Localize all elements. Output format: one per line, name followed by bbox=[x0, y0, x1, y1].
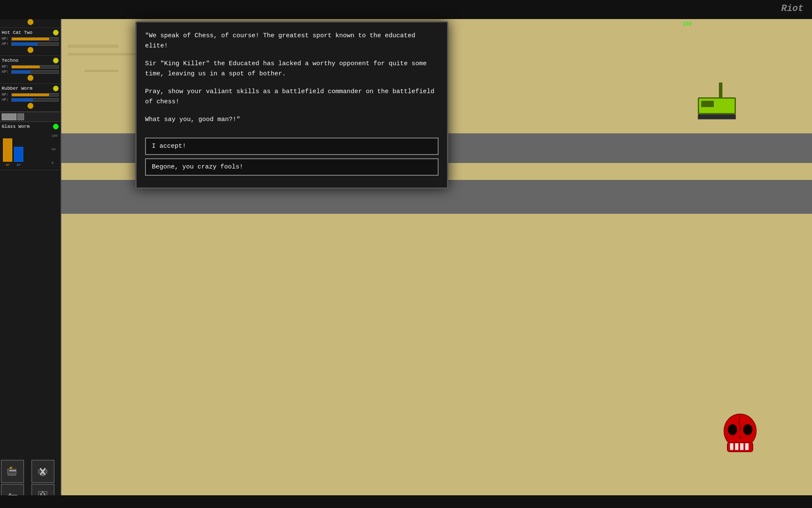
unit-name-glass-worm: Glass Worm bbox=[2, 124, 30, 129]
hp-fill-hot-cat-two bbox=[12, 38, 49, 40]
scale-50: 50 bbox=[52, 147, 58, 151]
top-bar: Riot bbox=[0, 0, 812, 19]
svg-rect-8 bbox=[8, 469, 16, 474]
svg-point-14 bbox=[41, 474, 45, 476]
unit-name-techno: Techno bbox=[2, 58, 19, 63]
skull-decoration bbox=[719, 412, 761, 470]
bottom-bar bbox=[0, 495, 812, 508]
ap-chart-label: AP bbox=[16, 163, 21, 167]
ap-fill-techno bbox=[12, 71, 30, 73]
ap-label-4: AP: bbox=[2, 98, 10, 102]
hp-label-2: HP: bbox=[2, 37, 10, 41]
svg-rect-10 bbox=[8, 474, 16, 476]
vehicle-body bbox=[698, 97, 736, 114]
ap-chart-group: AP bbox=[14, 147, 23, 167]
stat-chart: HP AP bbox=[3, 133, 49, 167]
hp-row-techno: HP: bbox=[2, 65, 59, 69]
dialog-paragraph-2: Sir "King Killer" the Educated has lacke… bbox=[145, 59, 439, 79]
ap-fill-rubber-worm bbox=[12, 99, 33, 101]
coin-techno bbox=[27, 75, 33, 81]
dialog-box: "We speak of Chess, of course! The great… bbox=[135, 21, 448, 189]
riot-logo: Riot bbox=[781, 3, 804, 14]
ap-bar-rubber-worm bbox=[11, 98, 59, 102]
svg-rect-4 bbox=[730, 443, 733, 450]
unit-panel-glass-worm: Glass Worm HP AP 100 50 0 bbox=[0, 122, 60, 170]
hp-bar-techno bbox=[11, 65, 59, 69]
unit-indicator-hot-cat-two bbox=[53, 30, 59, 36]
terrain-line-1 bbox=[68, 44, 118, 48]
svg-point-2 bbox=[743, 424, 752, 435]
ap-label-2: AP: bbox=[2, 42, 10, 46]
chart-container: HP AP 100 50 0 bbox=[2, 132, 59, 168]
hp-fill-rubber-worm bbox=[12, 94, 49, 96]
action-icon-1 bbox=[7, 466, 19, 478]
svg-rect-5 bbox=[735, 443, 738, 450]
ap-label-3: AP: bbox=[2, 70, 10, 74]
coin-little-stone bbox=[27, 19, 33, 25]
svg-rect-6 bbox=[740, 443, 743, 450]
dialog-paragraph-1: "We speak of Chess, of course! The great… bbox=[145, 31, 439, 51]
ap-row-rubber-worm: AP: bbox=[2, 98, 59, 102]
scale-100: 100 bbox=[52, 134, 58, 138]
sidebar: Little Stone HP: AP: Hot Cat Two HP: bbox=[0, 0, 61, 508]
dialog-text-area: "We speak of Chess, of course! The great… bbox=[145, 31, 439, 125]
unit-name-rubber-worm: Rubber Worm bbox=[2, 86, 33, 91]
action-icon-2 bbox=[37, 466, 49, 478]
coin-rubber-worm bbox=[27, 103, 33, 109]
vehicle-tracks bbox=[698, 114, 736, 119]
hp-label-3: HP: bbox=[2, 65, 10, 69]
ap-bar-hot-cat-two bbox=[11, 42, 59, 46]
hp-bar-rubber-worm bbox=[11, 93, 59, 97]
unit-panel-techno: Techno HP: AP: bbox=[0, 56, 60, 84]
svg-point-1 bbox=[728, 424, 737, 435]
unit-indicator-glass-worm bbox=[53, 124, 59, 130]
action-button-1[interactable] bbox=[1, 460, 24, 483]
dialog-choice-reject[interactable]: Begone, you crazy fools! bbox=[145, 158, 439, 176]
unit-indicator-rubber-worm bbox=[53, 86, 59, 91]
dialog-paragraph-4: What say you, good man?!" bbox=[145, 115, 439, 125]
sep-box-main bbox=[2, 113, 16, 120]
scale-0: 0 bbox=[52, 161, 58, 165]
coin-hot-cat-two bbox=[27, 47, 33, 53]
hp-row-hot-cat-two: HP: bbox=[2, 37, 59, 41]
chart-scale: 100 50 0 bbox=[52, 133, 58, 165]
unit-panel-hot-cat-two: Hot Cat Two HP: AP: bbox=[0, 28, 60, 56]
ap-fill-hot-cat-two bbox=[12, 43, 38, 45]
hp-chart-group: HP bbox=[3, 138, 12, 167]
hp-chart-label: HP bbox=[5, 163, 10, 167]
unit-separator bbox=[0, 112, 60, 122]
vehicle-detail bbox=[701, 101, 714, 107]
unit-name-hot-cat-two: Hot Cat Two bbox=[2, 30, 33, 35]
turret bbox=[719, 83, 722, 99]
svg-rect-7 bbox=[745, 443, 749, 450]
sep-box-small bbox=[17, 113, 24, 120]
unit-indicator-techno bbox=[53, 58, 59, 64]
dialog-paragraph-3: Pray, show your valiant skills as a batt… bbox=[145, 87, 439, 107]
vehicle-hp-display: 100 bbox=[682, 21, 691, 27]
ap-bar-techno bbox=[11, 70, 59, 74]
ap-chart-bar bbox=[14, 147, 23, 162]
action-button-2[interactable] bbox=[31, 460, 55, 483]
terrain-line-3 bbox=[85, 70, 118, 72]
hp-label-4: HP: bbox=[2, 93, 10, 97]
ap-row-hot-cat-two: AP: bbox=[2, 42, 59, 46]
unit-panel-rubber-worm: Rubber Worm HP: AP: bbox=[0, 84, 60, 112]
vehicle-area bbox=[698, 97, 736, 119]
dialog-choice-accept[interactable]: I accept! bbox=[145, 138, 439, 155]
hp-row-rubber-worm: HP: bbox=[2, 93, 59, 97]
ap-row-techno: AP: bbox=[2, 70, 59, 74]
hp-chart-bar bbox=[3, 138, 12, 162]
hp-fill-techno bbox=[12, 66, 40, 68]
hp-bar-hot-cat-two bbox=[11, 37, 59, 41]
